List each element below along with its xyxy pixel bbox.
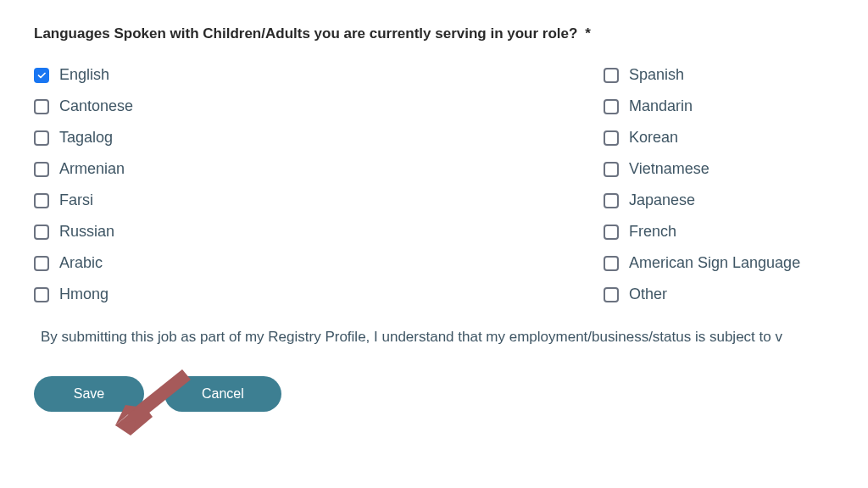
checkbox-row-spanish[interactable]: Spanish [434,66,834,84]
checkbox-farsi[interactable] [34,193,49,208]
checkbox-row-vietnamese[interactable]: Vietnamese [434,160,834,178]
checkbox-row-french[interactable]: French [434,223,834,241]
checkbox-english[interactable] [34,68,49,83]
checkbox-asl[interactable] [604,256,619,271]
checkbox-row-cantonese[interactable]: Cantonese [34,97,434,115]
checkbox-label: Korean [629,129,678,147]
checkbox-label: Other [629,286,667,303]
checkbox-label: Cantonese [59,97,133,115]
checkbox-row-mandarin[interactable]: Mandarin [434,97,834,115]
checkbox-label: Russian [59,223,114,241]
button-row: Save Cancel [34,376,834,412]
checkbox-armenian[interactable] [34,162,49,177]
checkbox-mandarin[interactable] [604,99,619,114]
checkbox-row-tagalog[interactable]: Tagalog [34,129,434,147]
checkbox-label: Farsi [59,191,93,209]
checkbox-row-japanese[interactable]: Japanese [434,191,834,209]
checkbox-label: French [629,223,676,241]
checkbox-label: American Sign Language [629,254,800,272]
checkbox-row-hmong[interactable]: Hmong [34,286,434,303]
checkbox-label: Hmong [59,286,108,303]
checkbox-tagalog[interactable] [34,130,49,146]
checkbox-russian[interactable] [34,225,49,240]
question-label: Languages Spoken with Children/Adults yo… [34,25,834,42]
checkbox-japanese[interactable] [604,193,619,208]
checkbox-row-asl[interactable]: American Sign Language [434,254,834,272]
checkbox-other[interactable] [604,287,619,302]
check-icon [36,70,47,80]
question-text: Languages Spoken with Children/Adults yo… [34,25,577,42]
checkbox-spanish[interactable] [604,68,619,83]
checkbox-row-farsi[interactable]: Farsi [34,191,434,209]
checkbox-label: Spanish [629,66,684,84]
checkbox-row-arabic[interactable]: Arabic [34,254,434,272]
checkbox-row-other[interactable]: Other [434,286,834,303]
checkbox-label: Tagalog [59,129,113,147]
checkbox-row-english[interactable]: English [34,66,434,84]
checkbox-label: Vietnamese [629,160,709,178]
checkbox-label: Mandarin [629,97,693,115]
checkbox-label: Armenian [59,160,125,178]
checkbox-korean[interactable] [604,130,619,146]
checkbox-row-korean[interactable]: Korean [434,129,834,147]
save-button[interactable]: Save [34,376,144,412]
checkbox-label: English [59,66,109,84]
language-checkbox-grid: English Spanish Cantonese Mandarin Tagal… [34,66,834,303]
checkbox-row-russian[interactable]: Russian [34,223,434,241]
checkbox-vietnamese[interactable] [604,162,619,177]
disclaimer-text: By submitting this job as part of my Reg… [34,329,834,346]
checkbox-arabic[interactable] [34,256,49,271]
checkbox-cantonese[interactable] [34,99,49,114]
checkbox-label: Arabic [59,254,103,272]
checkbox-label: Japanese [629,191,695,209]
required-marker: * [585,25,591,42]
checkbox-hmong[interactable] [34,287,49,302]
cancel-button[interactable]: Cancel [164,376,281,412]
checkbox-row-armenian[interactable]: Armenian [34,160,434,178]
checkbox-french[interactable] [604,225,619,240]
